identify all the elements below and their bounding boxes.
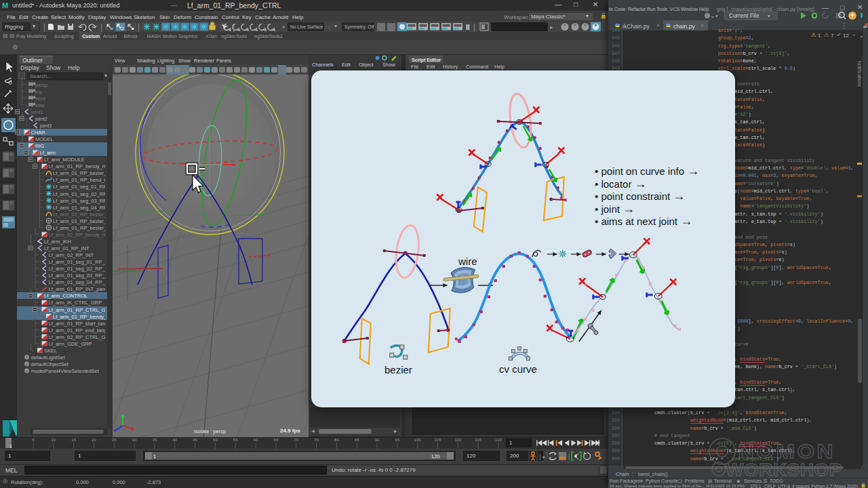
svg-text:10: 10 bbox=[51, 438, 56, 442]
svg-text:80: 80 bbox=[334, 438, 339, 442]
svg-text:30: 30 bbox=[132, 438, 137, 442]
svg-text:60: 60 bbox=[254, 438, 258, 442]
svg-text:1: 1 bbox=[9, 444, 12, 449]
svg-text:|: | bbox=[100, 22, 102, 32]
svg-text:50: 50 bbox=[213, 438, 218, 442]
svg-text:120: 120 bbox=[495, 438, 502, 442]
svg-text:▾: ▾ bbox=[282, 24, 285, 30]
svg-text:20: 20 bbox=[92, 438, 96, 442]
svg-text:5: 5 bbox=[32, 438, 35, 442]
svg-text:110: 110 bbox=[455, 438, 462, 442]
svg-text:45: 45 bbox=[193, 438, 197, 442]
svg-text:|: | bbox=[43, 22, 45, 32]
svg-text:90: 90 bbox=[375, 438, 380, 442]
svg-text:40: 40 bbox=[172, 438, 177, 442]
svg-text:|: | bbox=[539, 453, 540, 460]
svg-text:▾: ▾ bbox=[715, 14, 718, 18]
svg-text:75: 75 bbox=[314, 438, 319, 442]
svg-text:100: 100 bbox=[414, 438, 422, 442]
svg-text:▾: ▾ bbox=[542, 455, 545, 460]
svg-text:▸: ▸ bbox=[550, 24, 553, 30]
svg-text:95: 95 bbox=[395, 438, 400, 442]
svg-text:25: 25 bbox=[112, 438, 117, 442]
svg-text:115: 115 bbox=[475, 438, 481, 442]
svg-text:70: 70 bbox=[294, 438, 298, 442]
svg-text:|: | bbox=[473, 22, 475, 32]
svg-text:WORKSHOP: WORKSHOP bbox=[726, 460, 842, 480]
svg-text:Current File: Current File bbox=[729, 12, 760, 19]
svg-text:65: 65 bbox=[274, 438, 279, 442]
svg-text:NOMON: NOMON bbox=[738, 439, 835, 462]
svg-text:|: | bbox=[568, 453, 570, 460]
svg-text:35: 35 bbox=[153, 438, 157, 442]
svg-text:II: II bbox=[466, 24, 470, 31]
svg-text:85: 85 bbox=[355, 438, 359, 442]
svg-text:15: 15 bbox=[71, 438, 76, 442]
svg-text:|: | bbox=[138, 22, 140, 32]
svg-text:105: 105 bbox=[434, 438, 441, 442]
svg-text:▾: ▾ bbox=[768, 14, 770, 18]
svg-text:55: 55 bbox=[233, 438, 238, 442]
